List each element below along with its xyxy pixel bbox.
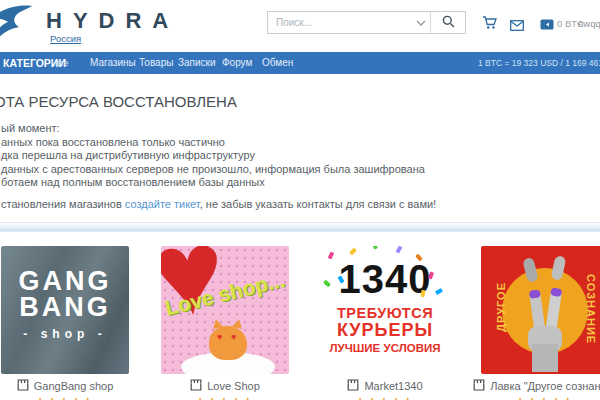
shop-image-gangbang[interactable]: GANG BANG - shop - bbox=[1, 246, 129, 374]
page: HYDRA Россия bbox=[0, 0, 600, 400]
shop-link-gangbang[interactable]: GangBang shop bbox=[0, 379, 145, 393]
announcement-line: дка перешла на дистрибутивную инфраструк… bbox=[1, 149, 255, 161]
shop-name: GangBang shop bbox=[34, 380, 114, 392]
announcement-title: ОТА РЕСУРСА ВОССТАНОВЛЕНА bbox=[0, 93, 237, 110]
ticket-line-before: становления магазинов bbox=[1, 198, 125, 210]
cart-icon[interactable] bbox=[482, 15, 498, 34]
gangbang-art-line1: GANG bbox=[1, 268, 129, 294]
search-input[interactable] bbox=[268, 17, 412, 28]
ticket-line-after: , не забыв указать контакты для связи с … bbox=[200, 198, 436, 210]
shop-name: Market1340 bbox=[364, 380, 422, 392]
announcement-line: ый момент: bbox=[1, 122, 60, 134]
nav-item-forum[interactable]: Форум bbox=[222, 52, 252, 74]
search-button[interactable] bbox=[431, 12, 465, 33]
confetti bbox=[396, 246, 403, 254]
shop-image-other-mind[interactable]: ДРУГОЕ СОЗНАНИЕ bbox=[481, 246, 600, 374]
market1340-art-line3: ЛУЧШИЕ УСЛОВИЯ bbox=[321, 342, 449, 354]
nav-item-goods[interactable]: Товары bbox=[139, 52, 173, 74]
section-divider bbox=[0, 222, 600, 232]
chevron-down-icon[interactable] bbox=[412, 20, 430, 26]
nav-item-shops[interactable]: Магазины bbox=[90, 52, 136, 74]
shop-card-loveshop: ♥ Love shop... ♥ ♥ Love Shop ★★★★★ bbox=[145, 240, 305, 400]
announcement-line: данных с арестованных серверов не произо… bbox=[1, 163, 425, 175]
announcement-ticket-line: становления магазинов создайте тикет, не… bbox=[1, 198, 436, 210]
shop-icon bbox=[190, 379, 202, 393]
wallet-icon[interactable] bbox=[540, 16, 554, 34]
search-box bbox=[267, 11, 466, 34]
gangbang-art-line3: - shop - bbox=[1, 327, 129, 341]
shop-link-market1340[interactable]: Market1340 bbox=[305, 379, 465, 393]
gangbang-art-line2: BANG bbox=[1, 294, 129, 320]
shop-icon bbox=[17, 379, 29, 393]
nav-item-notes[interactable]: Записки bbox=[178, 52, 216, 74]
peace-hand-graphic bbox=[515, 256, 575, 374]
cat-heart-eye: ♥ bbox=[231, 333, 236, 342]
shop-image-loveshop[interactable]: ♥ Love shop... ♥ ♥ bbox=[161, 246, 289, 374]
othermind-art-left: ДРУГОЕ bbox=[495, 282, 507, 332]
nav-categories-all[interactable]: все bbox=[55, 52, 68, 74]
shop-card-other-mind: ДРУГОЕ СОЗНАНИЕ bbox=[465, 240, 600, 400]
confetti bbox=[372, 246, 378, 249]
cat-graphic bbox=[209, 326, 247, 360]
brand-title: HYDRA bbox=[46, 8, 179, 34]
shop-rating-stars: ★★★★★ bbox=[305, 395, 465, 400]
shop-link-other-mind[interactable]: Лавка "Другое сознание" bbox=[465, 379, 600, 393]
region-link[interactable]: Россия bbox=[50, 33, 81, 44]
hydra-bird-logo-icon bbox=[0, 5, 34, 49]
shop-link-loveshop[interactable]: Love Shop bbox=[145, 379, 305, 393]
announcement-line: анных пока восстановлена только частично bbox=[1, 136, 225, 148]
shop-card-market1340: 1340 ТРЕБУЮТСЯ КУРЬЕРЫ ЛУЧШИЕ УСЛОВИЯ Ma… bbox=[305, 240, 465, 400]
market1340-art-line1: ТРЕБУЮТСЯ bbox=[321, 306, 449, 321]
shop-card-gangbang: GANG BANG - shop - GangBang shop ★★★★★ bbox=[0, 240, 145, 400]
shop-icon bbox=[347, 379, 359, 393]
header: HYDRA Россия bbox=[0, 0, 600, 52]
username-link[interactable]: ewqqwer bbox=[578, 18, 600, 29]
shop-rating-stars: ★★★★★ bbox=[0, 395, 145, 400]
confetti bbox=[349, 248, 357, 256]
announcement-line: ботаем над полным восстановлением базы д… bbox=[1, 176, 265, 188]
nav-item-exchange[interactable]: Обмен bbox=[262, 52, 293, 74]
shop-rating-stars: ★★★★★ bbox=[145, 395, 305, 400]
shop-icon bbox=[473, 379, 485, 393]
shop-name: Love Shop bbox=[207, 380, 260, 392]
othermind-art-right: СОЗНАНИЕ bbox=[585, 274, 597, 344]
btc-rate: 1 BTC = 19 323 USD / 1 169 461 R bbox=[478, 52, 600, 74]
main-nav: КАТЕГОРИИ все Магазины Товары Записки Фо… bbox=[0, 52, 600, 74]
shop-name: Лавка "Другое сознание" bbox=[490, 380, 600, 392]
mail-icon[interactable] bbox=[510, 17, 524, 35]
search-icon bbox=[442, 15, 455, 31]
shop-image-market1340[interactable]: 1340 ТРЕБУЮТСЯ КУРЬЕРЫ ЛУЧШИЕ УСЛОВИЯ bbox=[321, 246, 449, 374]
cat-heart-eye: ♥ bbox=[217, 333, 222, 342]
create-ticket-link[interactable]: создайте тикет bbox=[125, 198, 200, 210]
market1340-art-line2: КУРЬЕРЫ bbox=[321, 321, 449, 340]
shop-rating-stars: ★★★★★ bbox=[465, 395, 600, 400]
